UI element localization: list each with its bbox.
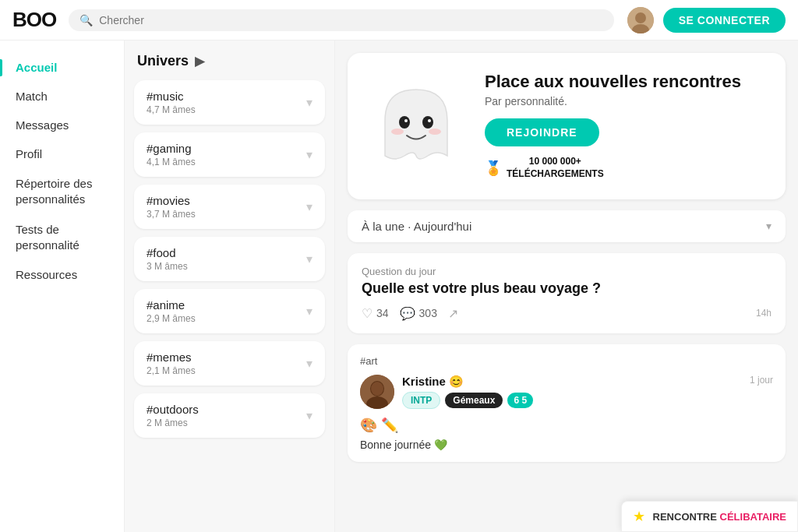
svg-point-6 bbox=[428, 119, 431, 122]
post-user-badges: INTP Gémeaux 6 5 bbox=[402, 392, 742, 409]
tag-name: #food bbox=[147, 246, 188, 259]
universe-header: Univers ▶ bbox=[134, 53, 325, 69]
sidebar-item-repertoire[interactable]: Répertoire des personnalités bbox=[0, 168, 124, 214]
universe-tag-outdoors[interactable]: #outdoors 2 M âmes ▾ bbox=[134, 393, 325, 438]
tag-count: 2,9 M âmes bbox=[147, 313, 196, 324]
downloads-badge: 🏅 10 000 000+ TÉLÉCHARGEMENTS bbox=[485, 156, 764, 180]
universe-tag-music[interactable]: #music 4,7 M âmes ▾ bbox=[134, 80, 325, 125]
post-user-name: Kristine 😊 bbox=[402, 375, 742, 389]
hero-text: Place aux nouvelles rencontres Par perso… bbox=[485, 72, 764, 181]
heart-icon[interactable]: ▾ bbox=[306, 304, 312, 319]
sidebar-item-messages[interactable]: Messages bbox=[0, 111, 124, 139]
heart-icon[interactable]: ▾ bbox=[306, 408, 312, 423]
badge-gemini: Gémeaux bbox=[445, 393, 503, 408]
ad-celibataire-label: CÉLIBATAIRE bbox=[720, 511, 786, 523]
question-label: Question du jour bbox=[362, 266, 772, 277]
svg-point-3 bbox=[399, 116, 410, 129]
svg-point-1 bbox=[635, 12, 646, 23]
search-input[interactable] bbox=[99, 14, 603, 26]
main-content: Place aux nouvelles rencontres Par perso… bbox=[335, 41, 798, 532]
universe-tag-gaming[interactable]: #gaming 4,1 M âmes ▾ bbox=[134, 132, 325, 177]
hero-subtitle: Par personnalité. bbox=[485, 95, 764, 107]
share-action[interactable]: ↗ bbox=[448, 306, 458, 321]
post-tag: #art bbox=[360, 355, 773, 367]
heart-icon: ♡ bbox=[362, 306, 373, 321]
sidebar-item-tests[interactable]: Tests de personnalité bbox=[0, 214, 124, 260]
universe-title: Univers bbox=[137, 53, 189, 69]
sidebar-item-accueil[interactable]: Accueil bbox=[0, 53, 124, 82]
tag-count: 3 M âmes bbox=[147, 261, 188, 272]
universe-tag-movies[interactable]: #movies 3,7 M âmes ▾ bbox=[134, 185, 325, 229]
universe-column: Univers ▶ #music 4,7 M âmes ▾ #gaming 4,… bbox=[125, 41, 335, 532]
post-emojis: 🎨 ✏️ bbox=[360, 417, 773, 434]
search-bar: 🔍 bbox=[69, 9, 614, 31]
share-icon: ↗ bbox=[448, 306, 458, 321]
comment-action[interactable]: 💬 303 bbox=[400, 306, 437, 321]
heart-icon[interactable]: ▾ bbox=[306, 147, 312, 162]
tag-name: #gaming bbox=[147, 142, 196, 155]
post-time: 1 jour bbox=[750, 375, 773, 386]
comment-icon: 💬 bbox=[400, 306, 415, 321]
feed-chevron-down-icon[interactable]: ▾ bbox=[766, 220, 772, 232]
ad-star-icon: ★ bbox=[633, 508, 645, 525]
tag-name: #memes bbox=[147, 351, 196, 364]
svg-point-5 bbox=[404, 119, 408, 122]
ad-banner[interactable]: ★ RENCONTRE CÉLIBATAIRE bbox=[621, 501, 798, 532]
comment-count: 303 bbox=[419, 307, 437, 319]
badge-score: 6 5 bbox=[507, 393, 533, 408]
question-card: Question du jour Quelle est votre plus b… bbox=[348, 253, 786, 333]
like-action[interactable]: ♡ 34 bbox=[362, 306, 389, 321]
question-time: 14h bbox=[756, 308, 772, 319]
sidebar-item-match[interactable]: Match bbox=[0, 82, 124, 111]
svg-point-4 bbox=[422, 116, 433, 129]
heart-icon[interactable]: ▾ bbox=[306, 95, 312, 110]
question-text: Quelle est votre plus beau voyage ? bbox=[362, 280, 772, 297]
tag-count: 2,1 M âmes bbox=[147, 365, 196, 376]
connect-button[interactable]: SE CONNECTER bbox=[663, 8, 786, 33]
ghost-illustration bbox=[369, 74, 463, 178]
laurel-left-icon: 🏅 bbox=[485, 160, 502, 177]
post-text: Bonne journée 💚 bbox=[360, 439, 773, 451]
tag-count: 2 M âmes bbox=[147, 417, 199, 428]
question-meta: ♡ 34 💬 303 ↗ 14h bbox=[362, 306, 772, 321]
sidebar-item-profil[interactable]: Profil bbox=[0, 139, 124, 168]
universe-tag-food[interactable]: #food 3 M âmes ▾ bbox=[134, 237, 325, 281]
avatar[interactable] bbox=[627, 7, 654, 33]
svg-point-8 bbox=[429, 129, 441, 135]
post-avatar bbox=[360, 375, 394, 409]
tag-count: 4,1 M âmes bbox=[147, 157, 196, 167]
feed-header-title: À la une · Aujourd'hui bbox=[362, 220, 471, 233]
ad-rencontre-label: RENCONTRE bbox=[653, 511, 717, 523]
hero-title: Place aux nouvelles rencontres bbox=[485, 72, 764, 92]
question-actions: ♡ 34 💬 303 ↗ bbox=[362, 306, 458, 321]
downloads-text: 10 000 000+ TÉLÉCHARGEMENTS bbox=[507, 156, 604, 180]
heart-icon[interactable]: ▾ bbox=[306, 199, 312, 214]
universe-arrow-icon[interactable]: ▶ bbox=[195, 54, 204, 69]
navbar-right: SE CONNECTER bbox=[627, 7, 786, 33]
ad-text: RENCONTRE CÉLIBATAIRE bbox=[653, 511, 786, 523]
rejoindre-button[interactable]: REJOINDRE bbox=[485, 118, 599, 146]
logo: BOO bbox=[12, 8, 56, 32]
svg-point-12 bbox=[371, 382, 383, 396]
feed-header: À la une · Aujourd'hui ▾ bbox=[348, 210, 786, 242]
universe-tag-anime[interactable]: #anime 2,9 M âmes ▾ bbox=[134, 289, 325, 333]
post-card: #art Kristine 😊 INTP Gémeaux bbox=[348, 344, 786, 462]
like-count: 34 bbox=[376, 307, 389, 319]
navbar: BOO 🔍 SE CONNECTER bbox=[0, 0, 798, 41]
svg-point-7 bbox=[391, 129, 404, 135]
main-layout: Accueil Match Messages Profil Répertoire… bbox=[0, 41, 798, 532]
universe-tag-memes[interactable]: #memes 2,1 M âmes ▾ bbox=[134, 341, 325, 386]
tag-name: #anime bbox=[147, 298, 196, 312]
sidebar-item-ressources[interactable]: Ressources bbox=[0, 260, 124, 289]
tag-count: 4,7 M âmes bbox=[147, 104, 196, 115]
sidebar: Accueil Match Messages Profil Répertoire… bbox=[0, 41, 125, 532]
heart-icon[interactable]: ▾ bbox=[306, 252, 312, 266]
tag-count: 3,7 M âmes bbox=[147, 209, 196, 220]
post-user-row: Kristine 😊 INTP Gémeaux 6 5 1 jour bbox=[360, 375, 773, 409]
heart-icon[interactable]: ▾ bbox=[306, 356, 312, 371]
tag-name: #music bbox=[147, 90, 196, 103]
hero-card: Place aux nouvelles rencontres Par perso… bbox=[348, 53, 786, 199]
post-user-info: Kristine 😊 INTP Gémeaux 6 5 bbox=[402, 375, 742, 409]
tag-name: #movies bbox=[147, 194, 196, 207]
search-icon: 🔍 bbox=[79, 14, 93, 26]
